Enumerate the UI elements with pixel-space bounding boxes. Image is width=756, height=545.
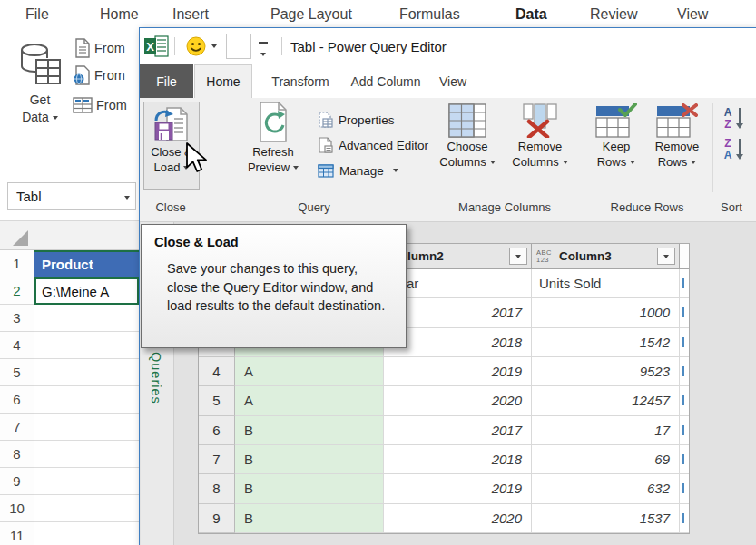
keep-rows-icon — [595, 103, 637, 138]
column2-cell[interactable]: 2018 — [384, 445, 532, 474]
column1-cell[interactable]: A — [235, 357, 384, 386]
column2-filter-button[interactable] — [509, 248, 527, 265]
excel-tab-home[interactable]: Home — [100, 6, 139, 23]
column2-cell[interactable]: 2017 — [384, 416, 532, 445]
svg-text:A: A — [724, 149, 732, 161]
excel-sheet: 1 Product 2 G:\Meine A 3 4 5 6 7 8 — [0, 221, 139, 545]
quick-access-slot[interactable] — [226, 34, 251, 59]
column3-cell[interactable]: 1542 — [532, 328, 680, 357]
column2-cell[interactable]: 2020 — [384, 386, 532, 415]
name-box-value: Tabl — [16, 189, 42, 204]
name-box[interactable]: Tabl — [7, 182, 136, 210]
manage-button[interactable]: Manage — [318, 161, 398, 180]
partial-cell — [680, 386, 689, 415]
row-number-cell[interactable]: 7 — [199, 445, 235, 474]
select-all-corner[interactable] — [13, 230, 28, 246]
row-header[interactable]: 5 — [0, 359, 34, 386]
from-web-label: From — [94, 68, 125, 83]
cell-a1[interactable]: Product — [34, 250, 139, 277]
row-header[interactable]: 8 — [0, 441, 34, 468]
choose-columns-button[interactable]: Choose Columns — [436, 103, 499, 170]
column3-cell[interactable]: 17 — [532, 416, 680, 445]
from-text-csv-button[interactable]: From — [73, 38, 125, 58]
row-number-cell[interactable]: 8 — [199, 474, 235, 503]
column1-cell[interactable]: B — [235, 474, 384, 503]
excel-tab-review[interactable]: Review — [590, 6, 637, 23]
pq-tab-view[interactable]: View — [432, 64, 474, 98]
column3-header[interactable]: ABC 123 Column3 — [532, 244, 680, 268]
excel-tab-page-layout[interactable]: Page Layout — [270, 6, 352, 23]
column2-cell[interactable]: 2020 — [384, 504, 532, 533]
chevron-down-icon[interactable] — [124, 196, 130, 200]
cell[interactable] — [34, 414, 139, 441]
row-header[interactable]: 3 — [0, 305, 34, 332]
sheet-row-7: 7 — [0, 414, 139, 441]
column3-cell[interactable]: 69 — [532, 445, 680, 474]
cell[interactable] — [34, 441, 139, 468]
row-header[interactable]: 7 — [0, 414, 34, 441]
column1-cell[interactable]: B — [235, 504, 384, 533]
pq-tab-file[interactable]: File — [140, 64, 193, 98]
excel-tab-formulas[interactable]: Formulas — [399, 6, 460, 23]
column3-cell[interactable]: 632 — [532, 474, 680, 503]
row-number-cell[interactable]: 6 — [199, 416, 235, 445]
cell[interactable] — [34, 359, 139, 386]
properties-button[interactable]: Properties — [318, 110, 395, 130]
smiley-feedback-button[interactable] — [186, 36, 217, 56]
from-table-range-button[interactable]: From — [73, 96, 127, 114]
row-header[interactable]: 6 — [0, 386, 34, 414]
column3-filter-button[interactable] — [657, 248, 675, 265]
column3-cell[interactable]: Units Sold — [532, 269, 680, 298]
column3-cell[interactable]: 12457 — [532, 386, 680, 415]
column3-cell[interactable]: 1000 — [532, 298, 680, 327]
row-number-cell[interactable]: 5 — [199, 386, 235, 415]
cell[interactable] — [34, 468, 139, 495]
column3-cell[interactable]: 9523 — [532, 357, 680, 386]
excel-tab-file[interactable]: File — [25, 6, 49, 23]
chevron-down-icon — [490, 161, 496, 164]
divider — [174, 37, 175, 55]
pq-tab-home[interactable]: Home — [194, 64, 252, 98]
excel-tab-insert[interactable]: Insert — [172, 6, 209, 23]
group-label-close: Close — [155, 200, 185, 214]
column2-cell[interactable]: 2019 — [384, 474, 532, 503]
remove-columns-button[interactable]: Remove Columns — [506, 103, 574, 170]
row-header[interactable]: 9 — [0, 468, 34, 495]
group-divider — [427, 103, 427, 192]
row-header[interactable]: 4 — [0, 332, 34, 359]
cell[interactable] — [34, 495, 139, 522]
column1-cell[interactable]: A — [235, 386, 384, 415]
pq-title-bar[interactable]: X Tabl - Power Query Editor — [140, 28, 756, 64]
sort-descending-button[interactable]: Z A — [722, 136, 747, 165]
refresh-label-1: Refresh — [236, 145, 310, 161]
row-header[interactable]: 2 — [0, 277, 34, 305]
row-number-cell[interactable]: 4 — [199, 357, 235, 386]
customize-toolbar-button[interactable] — [259, 42, 269, 62]
column1-cell[interactable]: B — [235, 445, 384, 474]
pq-tab-add-column[interactable]: Add Column — [345, 64, 427, 98]
cell[interactable] — [34, 386, 139, 414]
advanced-editor-button[interactable]: Advanced Editor — [318, 135, 428, 155]
column-header-strip[interactable] — [0, 221, 139, 250]
cell[interactable] — [34, 332, 139, 359]
refresh-preview-button[interactable]: Refresh Preview — [236, 102, 310, 175]
column2-cell[interactable]: 2019 — [384, 357, 532, 386]
sort-ascending-button[interactable]: A Z — [722, 105, 747, 134]
column3-cell[interactable]: 1537 — [532, 504, 680, 533]
column1-cell[interactable]: B — [235, 416, 384, 445]
row-number-cell[interactable]: 9 — [199, 504, 235, 533]
pq-tab-transform[interactable]: Transform — [266, 64, 335, 98]
get-data-button[interactable]: Get Data — [11, 42, 69, 126]
row-header[interactable]: 10 — [0, 495, 34, 522]
keep-rows-button[interactable]: Keep Rows — [590, 103, 643, 170]
cell-a2-selected[interactable]: G:\Meine A — [34, 277, 139, 305]
remove-rows-button[interactable]: Remove Rows — [648, 103, 706, 170]
cell[interactable] — [34, 522, 139, 545]
excel-tab-data[interactable]: Data — [515, 6, 547, 23]
from-web-button[interactable]: From — [73, 65, 125, 85]
cell[interactable] — [34, 305, 139, 332]
excel-tab-view[interactable]: View — [677, 6, 708, 23]
column3-header-label: Column3 — [552, 249, 612, 263]
row-header[interactable]: 11 — [0, 522, 34, 545]
row-header[interactable]: 1 — [0, 250, 34, 277]
